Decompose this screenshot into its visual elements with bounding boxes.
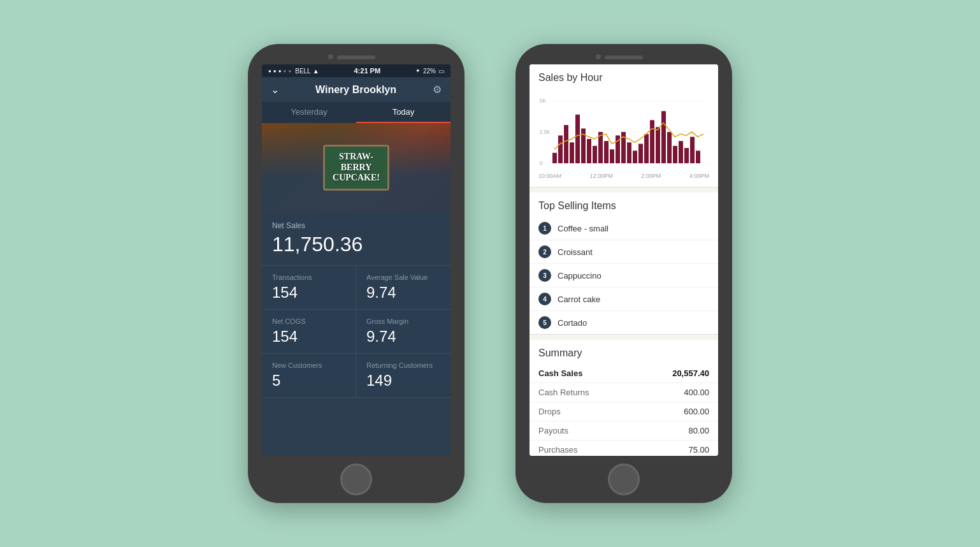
signal-dot-4: ● — [284, 68, 287, 74]
status-bar-right: ✦ 22% ▭ — [415, 68, 444, 75]
top-item-4: 4 Carrot cake — [530, 288, 718, 311]
net-sales-section: Net Sales 11,750.36 — [262, 212, 450, 265]
item-badge-3: 3 — [538, 269, 551, 282]
right-phone-speaker — [605, 55, 643, 59]
svg-rect-23 — [650, 120, 654, 163]
payouts-label: Payouts — [538, 426, 568, 435]
chalkboard-line1: STRAW- — [333, 152, 380, 163]
right-phone-screen: Sales by Hour 5K 2.5K 0 — [530, 64, 718, 456]
stat-transactions-label: Transactions — [272, 274, 345, 281]
svg-rect-24 — [656, 127, 660, 163]
bluetooth-icon: ✦ — [415, 68, 421, 74]
svg-text:2.5K: 2.5K — [540, 129, 551, 135]
signal-dot-2: ● — [273, 68, 277, 74]
stat-new-customers: New Customers 5 — [262, 354, 356, 398]
stat-avg-sale-label: Average Sale Value — [366, 274, 440, 281]
back-button[interactable]: ⌄ — [271, 84, 279, 96]
stat-new-customers-value: 5 — [272, 372, 345, 390]
signal-dot-3: ● — [278, 68, 282, 74]
svg-text:0: 0 — [540, 160, 543, 166]
settings-button[interactable]: ⚙ — [433, 84, 442, 96]
stat-new-customers-label: New Customers — [272, 361, 345, 369]
sales-by-hour-header: Sales by Hour — [530, 64, 718, 89]
app-title: Winery Brooklyn — [315, 84, 396, 96]
svg-rect-21 — [638, 144, 643, 164]
tab-today[interactable]: Today — [356, 102, 450, 123]
top-selling-section: Top Selling Items 1 Coffee - small 2 Cro… — [530, 193, 718, 335]
tab-bar: Yesterday Today — [262, 102, 450, 123]
svg-rect-25 — [661, 111, 666, 163]
status-time: 4:21 PM — [354, 67, 381, 75]
svg-rect-31 — [696, 150, 700, 163]
svg-rect-8 — [564, 125, 568, 163]
purchases-label: Purchases — [538, 445, 577, 455]
svg-rect-13 — [593, 146, 597, 163]
svg-rect-28 — [679, 141, 683, 163]
drops-label: Drops — [538, 407, 561, 416]
status-bar-left: ● ● ● ● ● BELL ▲ — [268, 68, 319, 75]
phone-speaker — [337, 55, 375, 59]
app-header: ⌄ Winery Brooklyn ⚙ — [262, 77, 450, 102]
summary-row-drops: Drops 600.00 — [530, 402, 718, 421]
hero-image: STRAW- BERRY CUPCAKE! — [262, 123, 450, 212]
right-home-button[interactable] — [608, 463, 640, 495]
stat-returning-customers-label: Returning Customers — [366, 361, 440, 369]
summary-row-payouts: Payouts 80.00 — [530, 421, 718, 441]
net-sales-label: Net Sales — [272, 221, 440, 230]
x-label-2: 12:00PM — [590, 173, 613, 179]
svg-rect-12 — [587, 139, 591, 163]
item-badge-1: 1 — [538, 222, 551, 235]
wifi-icon: ▲ — [313, 68, 319, 75]
item-name-3: Cappuccino — [558, 271, 602, 281]
phone-camera — [328, 54, 333, 59]
summary-header: Summary — [530, 340, 718, 364]
summary-section: Summary Cash Sales 20,557.40 Cash Return… — [530, 340, 718, 456]
stat-net-cogs-value: 154 — [272, 328, 345, 346]
svg-rect-20 — [633, 150, 637, 163]
cash-sales-label: Cash Sales — [538, 368, 582, 378]
right-phone-camera — [596, 54, 601, 59]
svg-rect-19 — [627, 142, 631, 163]
svg-rect-26 — [667, 132, 672, 163]
sales-chart: 5K 2.5K 0 — [538, 94, 709, 170]
cash-sales-value: 20,557.40 — [672, 368, 709, 378]
left-home-button[interactable] — [340, 463, 372, 495]
payouts-value: 80.00 — [688, 426, 709, 435]
right-screen-content: Sales by Hour 5K 2.5K 0 — [530, 64, 718, 456]
signal-dot-5: ● — [288, 68, 291, 74]
stat-net-cogs-label: Net COGS — [272, 317, 345, 325]
top-item-2: 2 Croissant — [530, 240, 718, 264]
item-badge-2: 2 — [538, 245, 551, 258]
left-phone: ● ● ● ● ● BELL ▲ 4:21 PM ✦ 22% ▭ ⌄ Winer… — [248, 44, 465, 503]
item-name-1: Coffee - small — [558, 224, 609, 233]
tab-yesterday[interactable]: Yesterday — [262, 102, 356, 123]
stat-net-cogs: Net COGS 154 — [262, 310, 356, 354]
status-bar: ● ● ● ● ● BELL ▲ 4:21 PM ✦ 22% ▭ — [262, 64, 450, 77]
stat-avg-sale: Average Sale Value 9.74 — [356, 266, 450, 310]
svg-rect-7 — [558, 135, 563, 163]
stat-returning-customers: Returning Customers 149 — [356, 354, 450, 398]
svg-rect-30 — [690, 137, 695, 163]
svg-rect-6 — [552, 153, 557, 163]
stat-transactions-value: 154 — [272, 284, 345, 302]
x-label-3: 2:00PM — [641, 173, 661, 179]
chalkboard-line3: CUPCAKE! — [333, 173, 380, 184]
svg-rect-27 — [673, 146, 677, 163]
svg-rect-15 — [604, 141, 609, 163]
battery-label: 22% — [423, 68, 436, 75]
svg-rect-22 — [644, 134, 649, 163]
chart-area: 5K 2.5K 0 — [538, 94, 709, 170]
stat-gross-margin: Gross Margin 9.74 — [356, 310, 450, 354]
chalkboard-sign: STRAW- BERRY CUPCAKE! — [323, 145, 389, 191]
svg-rect-29 — [684, 148, 689, 163]
x-label-4: 4:00PM — [689, 173, 709, 179]
chart-container: 5K 2.5K 0 — [530, 89, 718, 187]
chalkboard-line2: BERRY — [333, 163, 380, 173]
battery-icon: ▭ — [438, 68, 444, 75]
item-name-4: Carrot cake — [558, 295, 600, 304]
item-name-5: Cortado — [558, 318, 587, 328]
signal-dot-1: ● — [268, 68, 271, 74]
top-item-3: 3 Cappuccino — [530, 264, 718, 288]
item-name-2: Croissant — [558, 247, 593, 257]
stat-transactions: Transactions 154 — [262, 266, 356, 310]
